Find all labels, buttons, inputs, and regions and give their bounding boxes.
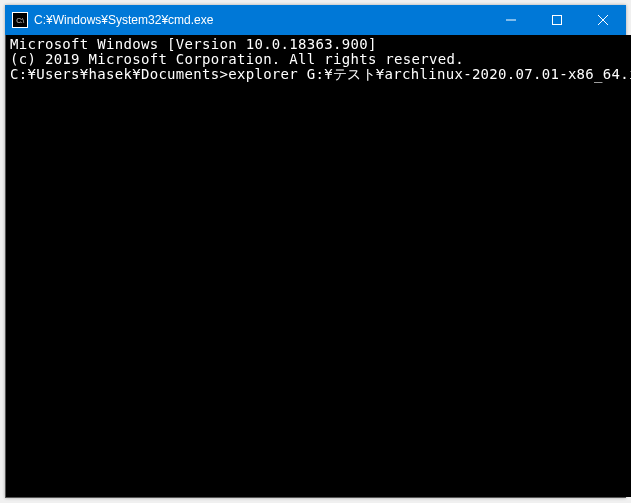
window-controls xyxy=(488,5,626,35)
cmd-window: C:\ C:¥Windows¥System32¥cmd.exe Micr xyxy=(5,5,626,498)
content-area: Microsoft Windows [Version 10.0.18363.90… xyxy=(5,35,626,498)
maximize-icon xyxy=(552,15,562,25)
close-icon xyxy=(598,15,608,25)
svg-rect-1 xyxy=(553,16,562,25)
window-title: C:¥Windows¥System32¥cmd.exe xyxy=(34,13,488,27)
titlebar[interactable]: C:\ C:¥Windows¥System32¥cmd.exe xyxy=(5,5,626,35)
output-line: Microsoft Windows [Version 10.0.18363.90… xyxy=(10,37,631,52)
cmd-icon: C:\ xyxy=(12,12,28,28)
minimize-button[interactable] xyxy=(488,5,534,35)
minimize-icon xyxy=(506,15,516,25)
close-button[interactable] xyxy=(580,5,626,35)
maximize-button[interactable] xyxy=(534,5,580,35)
terminal-output[interactable]: Microsoft Windows [Version 10.0.18363.90… xyxy=(6,35,631,497)
prompt-line: C:¥Users¥hasek¥Documents>explorer G:¥テスト… xyxy=(10,67,631,82)
output-line: (c) 2019 Microsoft Corporation. All righ… xyxy=(10,52,631,67)
